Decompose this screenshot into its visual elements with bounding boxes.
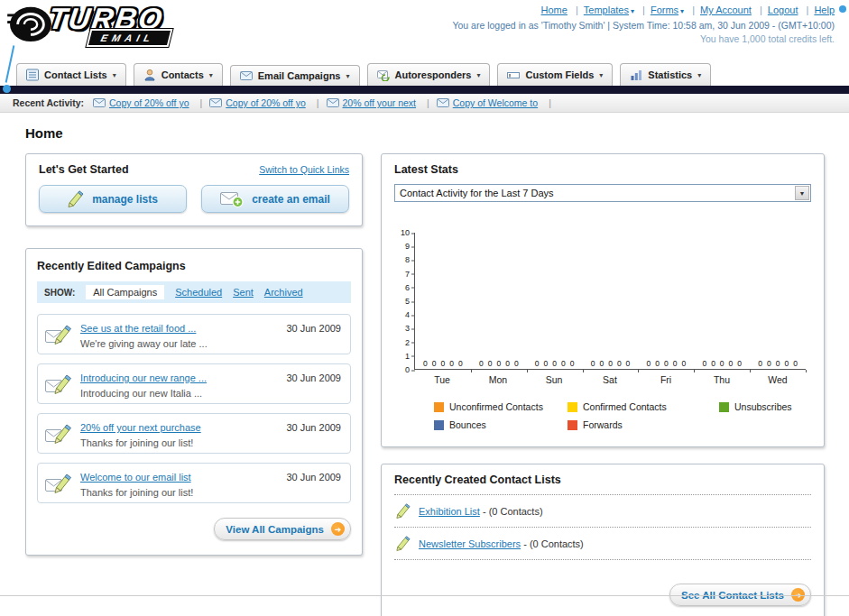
credits-info: You have 1,000 total credits left. [452, 33, 835, 44]
legend-swatch-confirmed [568, 402, 577, 412]
filter-archived[interactable]: Archived [264, 287, 303, 298]
autoresponders-icon [377, 69, 390, 81]
top-link-templates[interactable]: Templates [584, 5, 629, 15]
envelope-icon [437, 98, 449, 107]
contact-list-link[interactable]: Newsletter Subscribers [419, 538, 521, 549]
manage-lists-button[interactable]: manage lists [39, 185, 187, 213]
chart-plot-area: 00000000000000000000000000000000000 [414, 233, 806, 370]
campaign-row: 20% off your next purchase Thanks for jo… [37, 413, 351, 454]
recent-activity-link[interactable]: Copy of Welcome to [453, 97, 538, 108]
tab-statistics[interactable]: Statistics [620, 63, 711, 86]
campaigns-panel-title: Recently Edited Campaigns [37, 260, 351, 272]
envelope-pencil-icon [45, 423, 72, 445]
contact-list-count: - (0 Contacts) [523, 538, 584, 549]
campaign-date: 30 Jun 2009 [286, 472, 341, 483]
turbo-email-dashboard: TURBO EMAIL Home Templates Forms My Acco… [0, 0, 849, 616]
tab-email-campaigns[interactable]: Email Campaigns [230, 65, 360, 86]
campaign-row: Welcome to our email list Thanks for joi… [37, 463, 351, 503]
recent-activity-link[interactable]: Copy of 20% off yo [109, 97, 189, 108]
arrow-right-icon [331, 522, 345, 536]
contact-activity-chart: 012345678910 000000000000000000000000000… [394, 233, 811, 385]
stats-period-select[interactable]: Contact Activity for the Last 7 Days [394, 184, 811, 202]
envelope-pencil-icon [45, 373, 72, 395]
campaign-date: 30 Jun 2009 [286, 372, 341, 383]
tab-contacts[interactable]: Contacts [134, 63, 223, 86]
contact-list-item: Exhibition List - (0 Contacts) [394, 495, 811, 528]
filter-sent[interactable]: Sent [233, 287, 254, 298]
dropdown-arrow-icon [346, 72, 349, 80]
logo-subtitle: EMAIL [87, 29, 173, 47]
campaign-row: See us at the retail food ... We're givi… [37, 314, 351, 354]
envelope-icon [93, 98, 106, 107]
dropdown-arrow-icon [113, 71, 116, 79]
main-navigation: Contact Lists Contacts Email Campaigns A… [0, 58, 849, 86]
campaign-date: 30 Jun 2009 [286, 422, 341, 433]
email-campaigns-icon [240, 71, 253, 80]
recent-activity-bar: Recent Activity: Copy of 20% off yo Copy… [0, 94, 849, 113]
recent-activity-link[interactable]: Copy of 20% off yo [226, 97, 306, 108]
manage-lists-label: manage lists [92, 193, 158, 206]
custom-fields-icon [507, 69, 520, 81]
envelope-pencil-icon [45, 473, 72, 494]
campaign-link[interactable]: 20% off your next purchase [80, 422, 201, 433]
recent-activity-link[interactable]: 20% off your next [343, 97, 417, 108]
top-link-logout[interactable]: Logout [768, 5, 798, 15]
envelope-icon [209, 98, 222, 107]
legend-label: Bounces [449, 419, 486, 430]
page-title: Home [25, 125, 833, 141]
top-link-my-account[interactable]: My Account [700, 5, 752, 15]
recent-activity-item: Copy of 20% off yo [93, 97, 209, 108]
pencil-icon [396, 536, 411, 551]
campaign-link[interactable]: See us at the retail food ... [80, 323, 196, 334]
campaign-link[interactable]: Welcome to our email list [80, 472, 191, 483]
header: TURBO EMAIL Home Templates Forms My Acco… [0, 0, 849, 58]
contact-list-count: - (0 Contacts) [483, 506, 543, 517]
chart-x-axis-labels: TueMonSunSatFriThuWed [414, 370, 806, 385]
legend-item: Bounces [434, 419, 568, 430]
top-links: Home Templates Forms My Account Logout H… [452, 5, 835, 15]
tab-contact-lists[interactable]: Contact Lists [16, 63, 126, 86]
contacts-icon [143, 69, 156, 81]
stats-period-value: Contact Activity for the Last 7 Days [400, 188, 554, 198]
view-all-campaigns-label: View All Campaigns [226, 524, 324, 535]
legend-label: Forwards [583, 419, 623, 430]
contact-list-item: Newsletter Subscribers - (0 Contacts) [394, 528, 811, 560]
get-started-title: Let's Get Started [39, 163, 129, 176]
filter-scheduled[interactable]: Scheduled [175, 287, 222, 298]
latest-stats-title: Latest Stats [394, 163, 811, 176]
dropdown-arrow-icon [599, 71, 603, 79]
main-content: Home Let's Get Started Switch to Quick L… [0, 113, 849, 616]
campaigns-filter-bar: SHOW: All Campaigns Scheduled Sent Archi… [37, 281, 351, 303]
dropdown-arrow-icon [631, 7, 634, 15]
contact-list-link[interactable]: Exhibition List [419, 506, 480, 517]
view-all-campaigns-button[interactable]: View All Campaigns [214, 518, 351, 540]
campaign-subtitle: Thanks for joining our list! [80, 487, 278, 498]
legend-swatch-unconfirmed [434, 402, 444, 412]
contact-lists-panel-title: Recently Created Contact Lists [394, 473, 811, 495]
legend-label: Unsubscribes [734, 401, 792, 412]
recent-activity-item: 20% off your next [327, 97, 437, 108]
tab-label: Statistics [648, 69, 692, 80]
legend-swatch-forwards [568, 420, 577, 430]
dropdown-arrow-icon [476, 71, 480, 79]
legend-item: Unconfirmed Contacts [434, 401, 568, 412]
campaign-link[interactable]: Introducing our new range ... [80, 372, 207, 383]
campaign-subtitle: We're giving away our late ... [80, 338, 278, 349]
campaign-row: Introducing our new range ... Introducin… [37, 363, 351, 404]
legend-item: Forwards [568, 419, 719, 430]
logo-tail-dot-decoration [3, 85, 11, 93]
tab-autoresponders[interactable]: Autoresponders [367, 63, 491, 86]
login-info: You are logged in as 'Timothy Smith' | S… [452, 20, 835, 31]
recent-activity-item: Copy of Welcome to [437, 97, 558, 108]
top-link-forms[interactable]: Forms [651, 5, 678, 15]
latest-stats-panel: Latest Stats Contact Activity for the La… [381, 153, 825, 447]
filter-all-campaigns[interactable]: All Campaigns [86, 285, 164, 299]
recently-created-contact-lists-panel: Recently Created Contact Lists Exhibitio… [381, 464, 825, 616]
tab-custom-fields[interactable]: Custom Fields [497, 63, 613, 86]
switch-quick-links-link[interactable]: Switch to Quick Links [259, 164, 349, 175]
envelope-plus-icon [220, 190, 244, 208]
top-link-help[interactable]: Help [814, 5, 835, 15]
create-email-button[interactable]: create an email [201, 185, 349, 213]
chart-legend: Unconfirmed Contacts Confirmed Contacts … [394, 401, 811, 430]
top-link-home[interactable]: Home [541, 5, 568, 15]
